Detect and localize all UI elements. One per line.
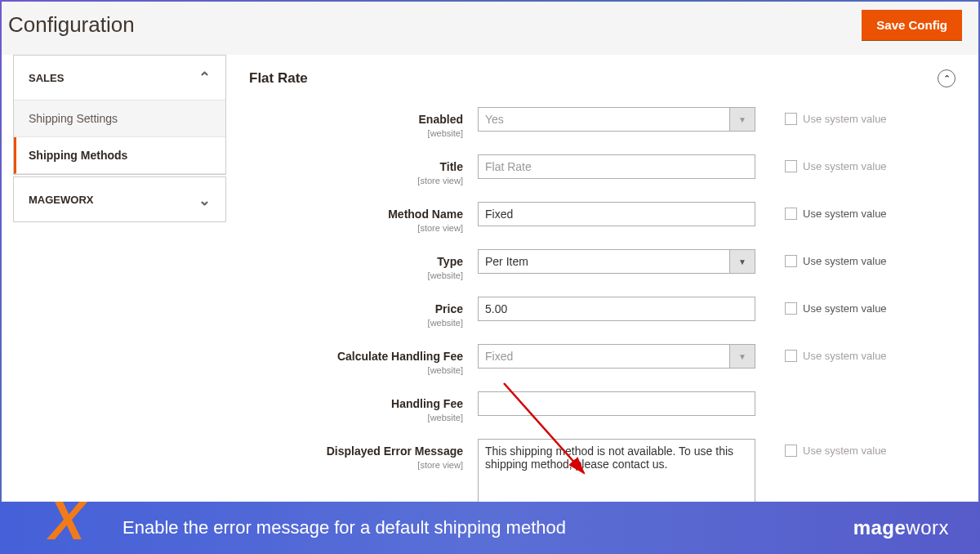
sidebar-item-label: Shipping Settings bbox=[14, 101, 225, 136]
handling-fee-input[interactable] bbox=[478, 391, 755, 416]
use-system-checkbox[interactable] bbox=[785, 350, 797, 362]
price-input[interactable] bbox=[478, 297, 755, 321]
field-label: Displayed Error Message bbox=[327, 445, 463, 458]
use-system-checkbox[interactable] bbox=[785, 113, 797, 125]
row-method-name: Method Name [store view] Use system valu… bbox=[249, 202, 956, 233]
method-name-input[interactable] bbox=[478, 202, 755, 226]
use-system-label: Use system value bbox=[803, 255, 887, 267]
field-label: Method Name bbox=[388, 208, 463, 221]
sidebar-group-label: SALES bbox=[29, 72, 64, 84]
field-scope: [store view] bbox=[249, 176, 463, 185]
admin-panel: Configuration Save Config SALES ⌃ Shippi… bbox=[2, 2, 978, 502]
enabled-select[interactable]: ▼ bbox=[478, 107, 755, 132]
use-system-label: Use system value bbox=[803, 350, 887, 362]
field-scope: [website] bbox=[249, 270, 463, 280]
field-scope: [store view] bbox=[249, 223, 463, 233]
field-label: Title bbox=[439, 160, 463, 173]
sidebar-group-sales-header[interactable]: SALES ⌃ bbox=[14, 56, 225, 101]
collapse-section-icon[interactable]: ⌃ bbox=[938, 69, 956, 87]
form-rows: Enabled [website] ▼ Use system value bbox=[249, 107, 956, 502]
dropdown-caret-icon: ▼ bbox=[729, 249, 755, 274]
row-type: Type [website] ▼ Use system value bbox=[249, 249, 956, 280]
use-system-label: Use system value bbox=[803, 302, 887, 315]
field-scope: [website] bbox=[249, 128, 463, 138]
field-scope: [store view] bbox=[249, 460, 463, 470]
page-title: Configuration bbox=[8, 12, 135, 38]
main-form: Flat Rate ⌃ Enabled [website] ▼ bbox=[226, 55, 978, 501]
sidebar-group-mageworx: MAGEWORX ⌃ bbox=[13, 176, 226, 222]
sidebar-item-label: Shipping Methods bbox=[16, 137, 225, 173]
field-scope: [website] bbox=[249, 413, 463, 422]
row-handling: Calculate Handling Fee [website] ▼ Use s… bbox=[249, 344, 956, 375]
section-title: Flat Rate bbox=[249, 70, 308, 87]
footer-brand-logo: mageworx bbox=[853, 516, 949, 539]
footer-caption: Enable the error message for a default s… bbox=[122, 517, 566, 538]
dropdown-caret-icon: ▼ bbox=[729, 107, 755, 132]
use-system-label: Use system value bbox=[803, 208, 887, 220]
field-label: Calculate Handling Fee bbox=[337, 350, 463, 363]
sidebar: SALES ⌃ Shipping Settings Shipping Metho… bbox=[2, 55, 226, 501]
field-scope: [website] bbox=[249, 365, 463, 375]
sidebar-group-mageworx-header[interactable]: MAGEWORX ⌃ bbox=[14, 177, 225, 221]
row-price: Price [website] Use system value bbox=[249, 297, 956, 328]
use-system-label: Use system value bbox=[803, 113, 887, 125]
field-scope: [website] bbox=[249, 318, 463, 328]
use-system-checkbox[interactable] bbox=[785, 208, 797, 220]
use-system-checkbox[interactable] bbox=[785, 445, 797, 457]
footer-banner: X Enable the error message for a default… bbox=[0, 502, 980, 554]
sidebar-item-shipping-settings[interactable]: Shipping Settings bbox=[14, 101, 225, 137]
error-message-textarea[interactable] bbox=[478, 439, 755, 502]
sidebar-item-shipping-methods[interactable]: Shipping Methods bbox=[14, 137, 225, 174]
sidebar-group-label: MAGEWORX bbox=[29, 194, 93, 206]
chevron-down-icon: ⌃ bbox=[198, 190, 211, 208]
use-system-label: Use system value bbox=[803, 445, 887, 457]
row-enabled: Enabled [website] ▼ Use system value bbox=[249, 107, 956, 138]
field-label: Handling Fee bbox=[391, 397, 463, 410]
chevron-up-icon: ⌃ bbox=[198, 69, 211, 87]
content-area: SALES ⌃ Shipping Settings Shipping Metho… bbox=[2, 55, 978, 501]
field-label: Price bbox=[435, 302, 463, 315]
row-title: Title [store view] Use system value bbox=[249, 154, 956, 185]
dropdown-caret-icon: ▼ bbox=[729, 344, 755, 369]
row-handling-fee: Handling Fee [website] bbox=[249, 391, 956, 422]
use-system-label: Use system value bbox=[803, 160, 887, 172]
section-header: Flat Rate ⌃ bbox=[249, 69, 956, 107]
brand-x-icon: X bbox=[49, 494, 80, 547]
header-bar: Configuration Save Config bbox=[2, 2, 978, 55]
enabled-value[interactable] bbox=[478, 107, 729, 132]
save-config-button[interactable]: Save Config bbox=[862, 10, 962, 40]
handling-select[interactable]: ▼ bbox=[478, 344, 755, 369]
title-input[interactable] bbox=[478, 154, 755, 179]
type-select[interactable]: ▼ bbox=[478, 249, 755, 274]
use-system-checkbox[interactable] bbox=[785, 160, 797, 172]
use-system-checkbox[interactable] bbox=[785, 255, 797, 267]
sidebar-group-sales: SALES ⌃ Shipping Settings Shipping Metho… bbox=[13, 55, 226, 175]
field-label: Type bbox=[437, 255, 463, 268]
type-value[interactable] bbox=[478, 249, 729, 274]
use-system-checkbox[interactable] bbox=[785, 302, 797, 315]
field-label: Enabled bbox=[419, 113, 463, 126]
handling-value[interactable] bbox=[478, 344, 729, 369]
row-error-message: Displayed Error Message [store view] Use… bbox=[249, 439, 956, 502]
